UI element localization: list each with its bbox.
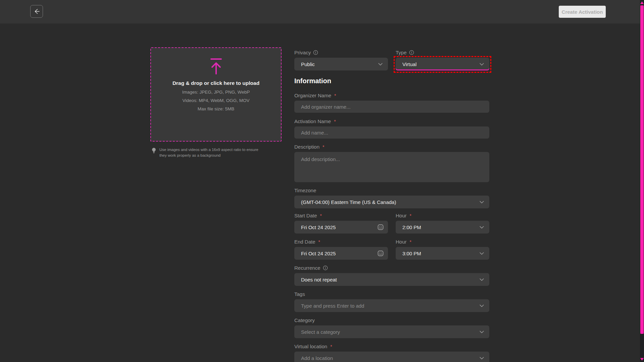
type-field-group: Type Virtual (396, 50, 489, 70)
start-date-label: Start Date * (294, 213, 388, 218)
virtual-location-label: Virtual location * (294, 344, 489, 349)
end-hour-label: Hour * (396, 239, 489, 245)
privacy-select[interactable]: Public (294, 58, 388, 70)
required-marker: * (320, 213, 322, 218)
back-arrow-icon (33, 8, 40, 15)
activation-name-label-text: Activation Name (294, 118, 331, 124)
timezone-label: Timezone (294, 188, 489, 193)
activation-form: Privacy Public Type Virtua (294, 47, 489, 362)
timezone-value: (GMT-04:00) Eastern Time (US & Canada) (301, 199, 396, 205)
activation-name-input[interactable] (294, 126, 489, 139)
recurrence-label: Recurrence (294, 265, 489, 271)
dropzone-videos-formats: Videos: MP4, WebM, OGG, MOV (183, 98, 250, 103)
required-marker: * (410, 213, 411, 218)
timezone-select[interactable]: (GMT-04:00) Eastern Time (US & Canada) (294, 196, 489, 208)
type-select[interactable]: Virtual (396, 58, 489, 70)
dropzone-title: Drag & drop or click here to upload (172, 80, 259, 86)
recurrence-field-group: Recurrence Does not repeat (294, 265, 489, 286)
chevron-down-icon (479, 329, 485, 335)
dropzone-images-formats: Images: JPEG, JPG, PNG, WebP (182, 90, 250, 95)
information-section-title: Information (294, 77, 489, 85)
organizer-name-label-text: Organizer Name (294, 93, 331, 98)
virtual-location-label-text: Virtual location (294, 344, 327, 349)
organizer-name-input[interactable] (294, 101, 489, 113)
chevron-down-icon (479, 224, 485, 230)
start-date-value: Fri Oct 24 2025 (301, 224, 336, 230)
tags-placeholder: Type and press Enter to add (301, 303, 364, 309)
scroll-down-arrow-icon[interactable] (640, 358, 644, 361)
timezone-field-group: Timezone (GMT-04:00) Eastern Time (US & … (294, 188, 489, 208)
end-date-picker[interactable]: Fri Oct 24 2025 (294, 247, 388, 260)
back-button[interactable] (30, 5, 43, 18)
end-hour-value: 3:00 PM (402, 251, 421, 256)
end-date-label-text: End Date (294, 239, 315, 245)
end-hour-label-text: Hour (396, 239, 407, 245)
upload-arrow-icon (208, 58, 224, 75)
category-placeholder: Select a category (301, 329, 340, 335)
chevron-down-icon (479, 277, 485, 282)
chevron-down-icon (479, 303, 485, 309)
description-field-group: Description * (294, 144, 489, 184)
media-upload-section: Drag & drop or click here to upload Imag… (150, 47, 282, 159)
required-marker: * (318, 239, 320, 245)
organizer-name-label: Organizer Name * (294, 93, 489, 98)
end-hour-select[interactable]: 3:00 PM (396, 247, 489, 260)
scrollbar-thumb[interactable] (640, 5, 644, 334)
scroll-up-arrow-icon[interactable] (640, 1, 644, 4)
required-marker: * (334, 119, 336, 124)
required-marker: * (334, 93, 336, 98)
category-select[interactable]: Select a category (294, 325, 489, 338)
calendar-icon (377, 224, 384, 230)
description-label: Description * (294, 144, 489, 150)
dropzone-max-size: Max file size: 5MB (198, 106, 235, 111)
chevron-down-icon (479, 199, 485, 205)
start-hour-field-group: Hour * 2:00 PM (396, 213, 489, 234)
vertical-scrollbar[interactable] (640, 0, 644, 362)
timezone-label-text: Timezone (294, 188, 316, 193)
recurrence-select[interactable]: Does not repeat (294, 273, 489, 286)
lightbulb-icon (152, 148, 156, 159)
activation-name-field-group: Activation Name * (294, 118, 489, 139)
virtual-location-field-group: Virtual location * Add a location (294, 344, 489, 362)
privacy-label-text: Privacy (294, 50, 311, 55)
type-value: Virtual (402, 61, 416, 67)
activation-name-label: Activation Name * (294, 118, 489, 124)
chevron-down-icon (378, 61, 383, 67)
chevron-down-icon (479, 251, 485, 256)
virtual-location-placeholder: Add a location (301, 355, 333, 361)
tags-label: Tags (294, 291, 489, 297)
type-label: Type (396, 50, 489, 55)
start-hour-label: Hour * (396, 213, 489, 218)
start-date-picker[interactable]: Fri Oct 24 2025 (294, 221, 388, 234)
privacy-label: Privacy (294, 50, 388, 55)
end-date-label: End Date * (294, 239, 388, 245)
info-icon[interactable] (313, 50, 318, 55)
info-icon[interactable] (409, 50, 414, 55)
recurrence-value: Does not repeat (301, 277, 337, 282)
tags-label-text: Tags (294, 291, 305, 297)
category-field-group: Category Select a category (294, 317, 489, 338)
top-bar: Create Activation (0, 0, 644, 23)
required-marker: * (330, 344, 332, 349)
tags-field-group: Tags Type and press Enter to add (294, 291, 489, 312)
info-icon[interactable] (323, 265, 328, 270)
start-date-label-text: Start Date (294, 213, 317, 218)
required-marker: * (410, 239, 411, 245)
type-label-text: Type (396, 50, 407, 55)
virtual-location-input[interactable]: Add a location (294, 352, 489, 362)
required-marker: * (323, 144, 324, 150)
start-hour-select[interactable]: 2:00 PM (396, 221, 489, 234)
chevron-down-icon (479, 355, 485, 361)
calendar-icon (377, 250, 384, 257)
end-date-value: Fri Oct 24 2025 (301, 251, 336, 256)
category-label-text: Category (294, 317, 315, 323)
description-label-text: Description (294, 144, 319, 150)
tip-text: Use images and videos with a 16x9 aspect… (159, 147, 260, 159)
create-activation-button[interactable]: Create Activation (559, 6, 606, 18)
end-date-field-group: End Date * Fri Oct 24 2025 (294, 239, 388, 260)
organizer-name-field-group: Organizer Name * (294, 93, 489, 113)
tags-input[interactable]: Type and press Enter to add (294, 299, 489, 312)
upload-dropzone[interactable]: Drag & drop or click here to upload Imag… (150, 47, 282, 142)
description-textarea[interactable] (294, 152, 489, 182)
privacy-field-group: Privacy Public (294, 50, 388, 70)
